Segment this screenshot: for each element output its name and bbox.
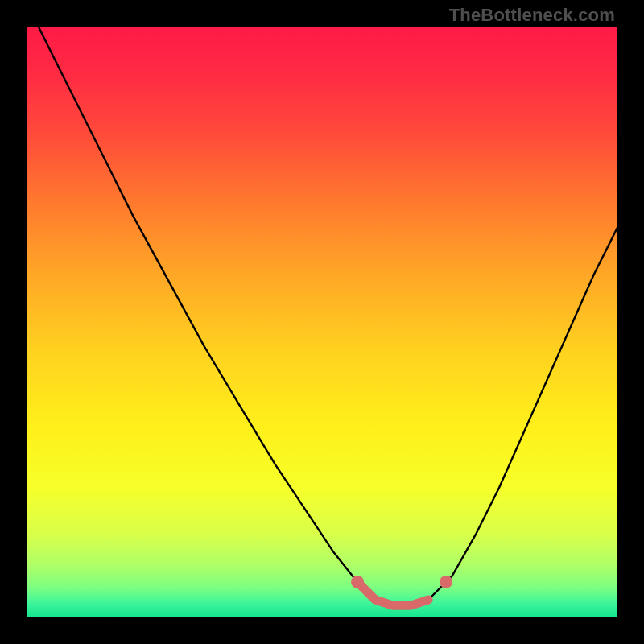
bottleneck-curve (27, 27, 617, 605)
highlight-segment (357, 582, 428, 605)
highlight-dot-left (351, 576, 364, 588)
plot-area (27, 27, 617, 617)
chart-svg (27, 27, 617, 617)
chart-frame: TheBottleneck.com (0, 0, 644, 644)
highlight-dot-right (440, 576, 452, 588)
watermark-text: TheBottleneck.com (449, 5, 615, 26)
